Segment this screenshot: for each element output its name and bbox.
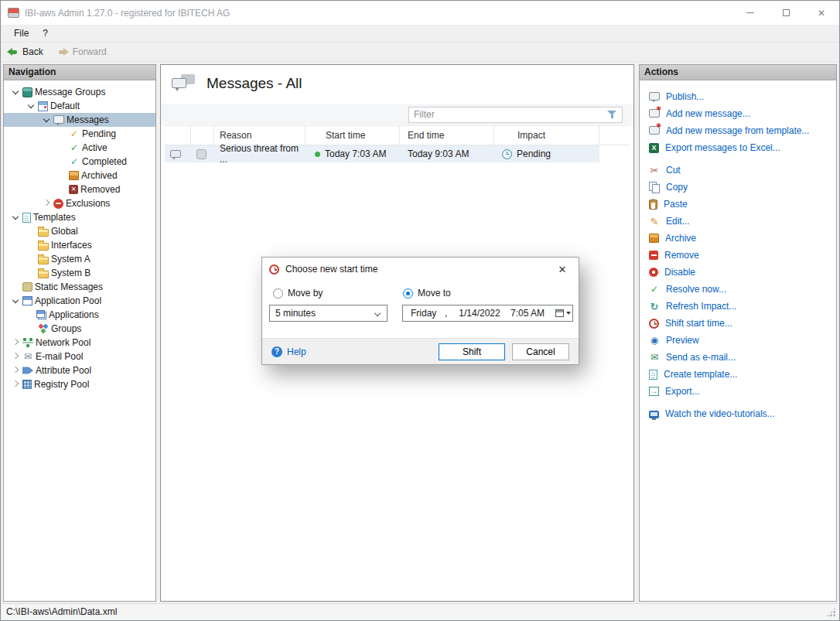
expander-down-icon[interactable] (10, 211, 22, 223)
tree-item-static-messages[interactable]: Static Messages (4, 280, 155, 294)
help-link[interactable]: ? Help (271, 346, 306, 357)
move-by-radio-icon[interactable] (273, 288, 283, 299)
action-add-new-message[interactable]: Add new message... (649, 105, 836, 122)
export-arrow-icon (649, 387, 659, 396)
tree-item-interfaces[interactable]: Interfaces (4, 238, 155, 252)
tree-item-system-b[interactable]: System B (4, 266, 155, 280)
menubar: File ? (1, 25, 839, 43)
impact-pending-clock-icon (502, 149, 512, 159)
action-create-template[interactable]: Create template... (649, 366, 836, 383)
tree-item-system-a[interactable]: System A (4, 252, 155, 266)
chevron-down-icon (375, 311, 381, 316)
move-to-radio[interactable]: Move to (403, 288, 451, 299)
action-export-messages-to-excel[interactable]: Export messages to Excel... (649, 139, 836, 156)
move-by-radio[interactable]: Move by (273, 288, 323, 299)
action-add-new-message-from-template[interactable]: Add new message from template... (649, 122, 836, 139)
window-controls: ✕ (732, 1, 839, 25)
column-header-message-icon[interactable] (165, 126, 191, 145)
tree-item-messages[interactable]: Messages (4, 113, 155, 127)
menu-file[interactable]: File (7, 25, 36, 42)
action-disable[interactable]: Disable (649, 264, 836, 281)
column-header-start-time[interactable]: Start time (306, 126, 400, 145)
filter-funnel-icon[interactable] (607, 110, 617, 119)
expander-right-icon[interactable] (41, 197, 53, 210)
action-edit[interactable]: Edit... (649, 213, 836, 230)
dialog-titlebar: Choose new start time (262, 258, 579, 281)
tree-item-email-pool[interactable]: E-mail Pool (4, 350, 155, 363)
expander-spacer (10, 281, 22, 293)
expander-right-icon[interactable] (10, 378, 22, 391)
action-paste[interactable]: Paste (649, 196, 836, 213)
column-header-end-time[interactable]: End time (400, 126, 494, 145)
action-label: Add new message... (666, 108, 750, 119)
tree-item-label: Message Groups (35, 87, 105, 97)
action-send-as-email[interactable]: Send as e-mail... (649, 349, 836, 366)
action-publish[interactable]: Publish... (649, 88, 836, 105)
expander-right-icon[interactable] (10, 336, 22, 349)
expander-right-icon[interactable] (10, 364, 22, 377)
tree-item-templates[interactable]: Templates (4, 210, 155, 224)
action-resolve-now[interactable]: Resolve now... (649, 281, 836, 298)
action-preview[interactable]: Preview (649, 332, 836, 349)
tree-item-exclusions[interactable]: Exclusions (4, 196, 155, 210)
dialog-buttons: Shift Cancel (439, 343, 569, 360)
tree-item-applications[interactable]: Applications (4, 308, 155, 322)
action-label: Export... (665, 386, 700, 397)
date-time-segment[interactable]: 7:05 AM (507, 308, 548, 319)
action-remove[interactable]: Remove (649, 247, 836, 264)
expander-right-icon[interactable] (10, 350, 22, 363)
tree-item-groups[interactable]: Groups (4, 322, 155, 336)
action-archive[interactable]: Archive (649, 230, 836, 247)
tree-item-archived[interactable]: Archived (4, 169, 155, 183)
expander-down-icon[interactable] (26, 100, 38, 112)
tree-item-message-groups[interactable]: Message Groups (4, 85, 155, 99)
date-day-segment[interactable]: Friday (403, 308, 445, 319)
pencil-icon (649, 216, 660, 227)
tree-item-pending[interactable]: Pending (4, 127, 155, 141)
tree-item-attribute-pool[interactable]: Attribute Pool (4, 363, 155, 377)
minimize-button[interactable] (732, 1, 768, 25)
table-row[interactable]: Serious threat from ... Today 7:03 AM To… (165, 145, 599, 162)
expander-down-icon[interactable] (41, 114, 53, 126)
resize-grip[interactable] (826, 607, 836, 617)
menu-help[interactable]: ? (36, 25, 55, 42)
action-cut[interactable]: Cut (649, 162, 836, 179)
action-export[interactable]: Export... (649, 383, 836, 400)
close-button[interactable]: ✕ (804, 1, 839, 25)
move-to-radio-icon[interactable] (403, 288, 413, 299)
minimize-icon (746, 12, 754, 13)
expander-down-icon[interactable] (10, 295, 22, 307)
tree-item-removed[interactable]: Removed (4, 183, 155, 196)
shift-button[interactable]: Shift (439, 343, 505, 360)
date-date-segment[interactable]: 1/14/2022 (452, 308, 507, 319)
action-refresh-impact[interactable]: Refresh Impact... (649, 298, 836, 315)
move-by-duration-select[interactable]: 5 minutes (269, 305, 388, 322)
filter-input[interactable] (414, 109, 603, 120)
column-header-reason[interactable]: Reason (214, 126, 306, 145)
tree-item-label: System A (51, 254, 90, 264)
tree-item-active[interactable]: Active (4, 141, 155, 155)
tree-item-network-pool[interactable]: Network Pool (4, 336, 155, 350)
dialog-close-button[interactable]: ✕ (547, 258, 578, 280)
column-header-flag[interactable] (191, 126, 214, 145)
statusbar-path: C:\IBI-aws\Admin\Data.xml (6, 606, 117, 617)
action-watch-video-tutorials[interactable]: Watch the video-tutorials... (649, 405, 836, 422)
tree-item-default[interactable]: Default (4, 99, 155, 113)
expander-down-icon[interactable] (10, 86, 22, 98)
action-copy[interactable]: Copy (649, 179, 836, 196)
tree-item-application-pool[interactable]: Application Pool (4, 294, 155, 308)
tree-item-registry-pool[interactable]: Registry Pool (4, 377, 155, 391)
move-to-datetime-picker[interactable]: Friday , 1/14/2022 7:05 AM (402, 305, 573, 322)
forward-button[interactable]: Forward (57, 46, 107, 57)
tree-item-global[interactable]: Global (4, 224, 155, 238)
cancel-button[interactable]: Cancel (512, 343, 569, 360)
app-windows-icon (36, 310, 45, 318)
expander-spacer (26, 225, 38, 237)
back-button[interactable]: Back (7, 46, 43, 57)
tree-item-completed[interactable]: Completed (4, 155, 155, 169)
calendar-dropdown-button[interactable] (553, 305, 572, 321)
clock-red-icon (649, 319, 659, 329)
column-header-impact[interactable]: Impact (494, 126, 599, 145)
action-shift-start-time[interactable]: Shift start time... (649, 315, 836, 332)
maximize-button[interactable] (768, 1, 804, 25)
